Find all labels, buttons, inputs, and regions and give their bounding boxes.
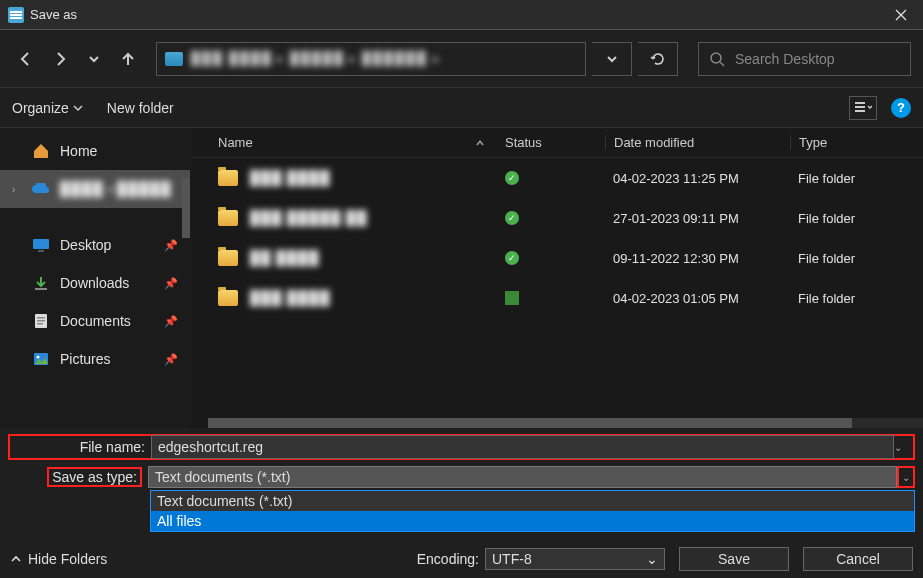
up-button[interactable] <box>114 45 142 73</box>
sidebar-item-home[interactable]: Home <box>0 132 190 170</box>
sidebar-item-downloads[interactable]: Downloads 📌 <box>0 264 190 302</box>
sidebar-item-personal[interactable]: › ▉▉▉▉ ▪ ▉▉▉▉▉ <box>0 170 190 208</box>
search-placeholder: Search Desktop <box>735 51 835 67</box>
sidebar-label: Downloads <box>60 275 129 291</box>
desktop-icon <box>32 236 50 254</box>
folder-icon <box>218 170 238 186</box>
new-folder-button[interactable]: New folder <box>107 100 174 116</box>
pin-icon: 📌 <box>164 239 178 252</box>
file-name-input[interactable] <box>151 435 894 459</box>
svg-rect-5 <box>38 250 44 252</box>
svg-rect-4 <box>33 239 49 249</box>
svg-rect-2 <box>855 106 865 108</box>
recent-button[interactable] <box>80 45 108 73</box>
forward-button[interactable] <box>46 45 74 73</box>
col-name[interactable]: Name <box>190 135 505 150</box>
address-bar[interactable]: ▉▉▉ ▉▉▉▉ ▸ ▉▉▉▉▉ ▸ ▉▉▉▉▉▉ ▸ <box>156 42 586 76</box>
filename-history-dropdown[interactable]: ⌄ <box>894 442 912 453</box>
table-row[interactable]: ▉▉▉ ▉▉▉▉ ✓ 04-02-2023 11:25 PM File fold… <box>190 158 923 198</box>
status-local-icon <box>505 291 519 305</box>
cancel-button[interactable]: Cancel <box>803 547 913 571</box>
address-dropdown[interactable] <box>592 42 632 76</box>
sidebar-label: Pictures <box>60 351 111 367</box>
col-type[interactable]: Type <box>790 135 923 150</box>
address-path: ▉▉▉ ▉▉▉▉ ▸ ▉▉▉▉▉ ▸ ▉▉▉▉▉▉ ▸ <box>191 51 441 66</box>
address-folder-icon <box>165 52 183 66</box>
status-synced-icon: ✓ <box>505 211 519 225</box>
navbar: ▉▉▉ ▉▉▉▉ ▸ ▉▉▉▉▉ ▸ ▉▉▉▉▉▉ ▸ Search Deskt… <box>0 30 923 88</box>
svg-rect-3 <box>855 110 865 112</box>
save-type-dropdown: Text documents (*.txt) All files <box>150 490 915 532</box>
pictures-icon <box>32 350 50 368</box>
onedrive-icon <box>32 180 50 198</box>
sidebar-label: Home <box>60 143 97 159</box>
file-name-label: File name: <box>80 439 145 455</box>
save-form: File name: ⌄ Save as type: Text document… <box>0 428 923 490</box>
file-list: Name Status Date modified Type ▉▉▉ ▉▉▉▉ … <box>190 128 923 428</box>
dropdown-option-txt[interactable]: Text documents (*.txt) <box>151 491 914 511</box>
svg-rect-8 <box>37 320 45 322</box>
sidebar-label: Desktop <box>60 237 111 253</box>
status-synced-icon: ✓ <box>505 251 519 265</box>
main-area: Home › ▉▉▉▉ ▪ ▉▉▉▉▉ Desktop 📌 Downloads … <box>0 128 923 428</box>
titlebar: Save as <box>0 0 923 30</box>
refresh-button[interactable] <box>638 42 678 76</box>
col-status[interactable]: Status <box>505 135 605 150</box>
save-type-dropdown-arrow[interactable]: ⌄ <box>897 466 915 488</box>
svg-rect-7 <box>37 317 45 319</box>
home-icon <box>32 142 50 160</box>
chevron-down-icon: ⌄ <box>646 551 658 567</box>
sidebar-item-documents[interactable]: Documents 📌 <box>0 302 190 340</box>
table-row[interactable]: ▉▉ ▉▉▉▉ ✓ 09-11-2022 12:30 PM File folde… <box>190 238 923 278</box>
svg-rect-9 <box>37 323 43 325</box>
sidebar-scrollbar[interactable] <box>182 178 190 238</box>
svg-point-0 <box>711 53 721 63</box>
sidebar-item-desktop[interactable]: Desktop 📌 <box>0 226 190 264</box>
dropdown-option-all[interactable]: All files <box>151 511 914 531</box>
folder-icon <box>218 250 238 266</box>
help-button[interactable]: ? <box>891 98 911 118</box>
save-type-select[interactable]: Text documents (*.txt) <box>148 466 897 488</box>
column-headers: Name Status Date modified Type <box>190 128 923 158</box>
save-button[interactable]: Save <box>679 547 789 571</box>
pin-icon: 📌 <box>164 277 178 290</box>
app-icon <box>8 7 24 23</box>
sidebar-label: Documents <box>60 313 131 329</box>
horizontal-scrollbar[interactable] <box>208 418 923 428</box>
encoding-label: Encoding: <box>417 551 479 567</box>
search-icon <box>709 51 725 67</box>
save-type-label: Save as type: <box>47 467 142 487</box>
svg-point-11 <box>37 356 40 359</box>
organize-button[interactable]: Organize <box>12 100 83 116</box>
sidebar: Home › ▉▉▉▉ ▪ ▉▉▉▉▉ Desktop 📌 Downloads … <box>0 128 190 428</box>
table-row[interactable]: ▉▉▉ ▉▉▉▉ 04-02-2023 01:05 PM File folder <box>190 278 923 318</box>
table-row[interactable]: ▉▉▉ ▉▉▉▉▉ ▉▉ ✓ 27-01-2023 09:11 PM File … <box>190 198 923 238</box>
col-date[interactable]: Date modified <box>605 135 790 150</box>
pin-icon: 📌 <box>164 353 178 366</box>
back-button[interactable] <box>12 45 40 73</box>
folder-icon <box>218 210 238 226</box>
sort-icon <box>475 138 485 148</box>
search-input[interactable]: Search Desktop <box>698 42 911 76</box>
pin-icon: 📌 <box>164 315 178 328</box>
sidebar-item-pictures[interactable]: Pictures 📌 <box>0 340 190 378</box>
sidebar-label: ▉▉▉▉ ▪ ▉▉▉▉▉ <box>60 181 172 197</box>
close-button[interactable] <box>878 0 923 30</box>
status-synced-icon: ✓ <box>505 171 519 185</box>
svg-rect-1 <box>855 102 865 104</box>
documents-icon <box>32 312 50 330</box>
chevron-up-icon <box>10 553 22 565</box>
window-title: Save as <box>30 7 77 22</box>
footer: Hide Folders Encoding: UTF-8 ⌄ Save Canc… <box>0 544 923 574</box>
view-button[interactable] <box>849 96 877 120</box>
folder-icon <box>218 290 238 306</box>
downloads-icon <box>32 274 50 292</box>
encoding-select[interactable]: UTF-8 ⌄ <box>485 548 665 570</box>
hide-folders-toggle[interactable]: Hide Folders <box>10 551 107 567</box>
toolbar: Organize New folder ? <box>0 88 923 128</box>
